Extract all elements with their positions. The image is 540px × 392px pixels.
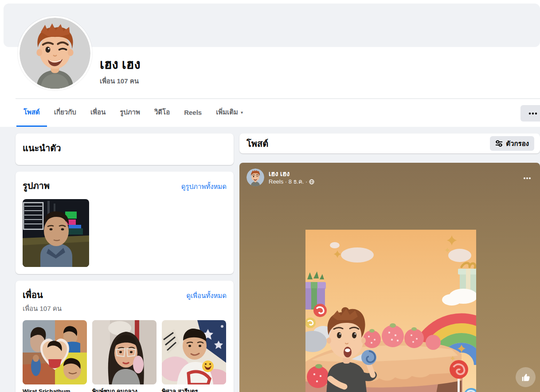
profile-header: เฮง เฮง เพื่อน 107 คน โพสต์ เกี่ยวกับ เพ… (0, 0, 540, 127)
friend-name[interactable]: พิมพ์ชนก คนกลาง (92, 388, 157, 392)
intro-title: แนะนำตัว (23, 141, 227, 155)
post-author-name[interactable]: เฮง เฮง (269, 169, 520, 178)
photo-thumbnail[interactable] (23, 199, 89, 267)
sliders-icon (495, 140, 503, 147)
post-header: เฮง เฮง Reels · 8 ธ.ค. · (247, 169, 534, 186)
posts-header-card: โพสต์ ตัวกรอง (239, 133, 540, 153)
tab-about[interactable]: เกี่ยวกับ (47, 99, 83, 127)
main-content: แนะนำตัว รูปภาพ ดูรูปภาพทั้งหมด (0, 127, 540, 392)
friend-portrait-illustration (162, 320, 226, 384)
three-dots-icon (528, 112, 537, 115)
photos-title: รูปภาพ (23, 179, 50, 193)
chevron-down-icon: ▾ (241, 110, 243, 115)
friend-photo[interactable] (23, 320, 87, 384)
friends-count-text: เพื่อน 107 คน (23, 303, 227, 314)
tab-photos[interactable]: รูปภาพ (113, 99, 147, 127)
profile-avatar-illustration (20, 18, 90, 89)
reel-video[interactable] (305, 230, 476, 392)
friends-title: เพื่อน (23, 288, 43, 302)
friend-photo[interactable] (162, 320, 226, 384)
post-meta: Reels · 8 ธ.ค. · (269, 178, 520, 185)
filters-button[interactable]: ตัวกรอง (490, 136, 534, 151)
tab-more-label: เพิ่มเติม (216, 107, 238, 118)
post-avatar-illustration (247, 169, 264, 186)
post-author-block: เฮง เฮง Reels · 8 ธ.ค. · (269, 169, 520, 185)
profile-options-button[interactable] (520, 105, 540, 122)
friend-item[interactable]: พิศาล สารีบุตร (162, 320, 226, 392)
friend-grid: Wirat Srichathum (23, 320, 227, 392)
post-meta-text[interactable]: Reels · 8 ธ.ค. · (269, 178, 307, 185)
photos-card: รูปภาพ ดูรูปภาพทั้งหมด (16, 172, 234, 274)
friends-count-link[interactable]: เพื่อน 107 คน (100, 76, 139, 86)
thumbs-up-icon (521, 372, 531, 382)
friend-photo[interactable] (92, 320, 157, 384)
see-all-friends-link[interactable]: ดูเพื่อนทั้งหมด (186, 290, 227, 301)
post-options-button[interactable] (520, 172, 534, 184)
posts-title: โพสต์ (247, 137, 490, 151)
left-column: แนะนำตัว รูปภาพ ดูรูปภาพทั้งหมด (16, 133, 234, 392)
three-dots-icon (523, 177, 531, 180)
facebook-profile-page: เฮง เฮง เพื่อน 107 คน โพสต์ เกี่ยวกับ เพ… (0, 0, 540, 392)
profile-identity: เฮง เฮง เพื่อน 107 คน (100, 57, 141, 86)
night-selfie-illustration (23, 199, 89, 267)
filters-label: ตัวกรอง (506, 138, 529, 149)
tab-more[interactable]: เพิ่มเติม ▾ (209, 99, 250, 127)
tab-videos[interactable]: วิดีโอ (147, 99, 177, 127)
profile-name: เฮง เฮง (100, 57, 141, 72)
tab-friends[interactable]: เพื่อน (83, 99, 113, 127)
friends-card: เพื่อน ดูเพื่อนทั้งหมด เพื่อน 107 คน (16, 281, 234, 392)
globe-icon (309, 179, 314, 184)
friend-name[interactable]: Wirat Srichathum (23, 388, 87, 392)
see-all-photos-link[interactable]: ดูรูปภาพทั้งหมด (181, 181, 227, 192)
friend-selfie-illustration (92, 320, 157, 384)
right-column: โพสต์ ตัวกรอง (239, 133, 540, 392)
reel-scene-illustration (305, 230, 476, 392)
intro-card: แนะนำตัว (16, 133, 234, 165)
friend-name[interactable]: พิศาล สารีบุตร (162, 388, 226, 392)
tab-posts[interactable]: โพสต์ (16, 99, 47, 127)
post-card: เฮง เฮง Reels · 8 ธ.ค. · (239, 163, 540, 392)
friend-item[interactable]: พิมพ์ชนก คนกลาง (92, 320, 157, 392)
profile-picture[interactable] (18, 16, 92, 90)
tab-reels[interactable]: Reels (177, 99, 209, 127)
friend-item[interactable]: Wirat Srichathum (23, 320, 87, 392)
profile-tabs: โพสต์ เกี่ยวกับ เพื่อน รูปภาพ วิดีโอ Ree… (16, 99, 250, 127)
post-author-avatar[interactable] (247, 169, 264, 186)
like-button[interactable] (516, 367, 536, 387)
friend-collage-illustration (23, 320, 87, 384)
